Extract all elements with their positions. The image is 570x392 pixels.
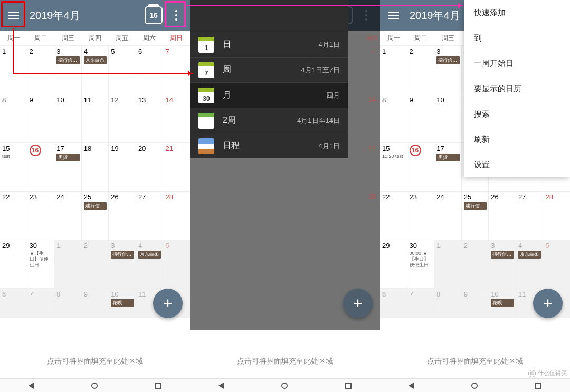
event-text[interactable]: test <box>2 154 25 159</box>
day-cell[interactable]: 17房贷 <box>54 142 82 191</box>
day-cell[interactable]: 26 <box>109 191 136 240</box>
day-cell[interactable]: 9 <box>407 94 435 142</box>
fab-add-button[interactable]: + <box>343 289 373 318</box>
nav-home-icon[interactable] <box>281 383 288 389</box>
popup-item-goto[interactable]: 到 <box>464 25 570 51</box>
popup-item-refresh[interactable]: 刷新 <box>464 127 570 152</box>
day-cell[interactable]: 15test <box>0 142 27 191</box>
day-cell[interactable]: 11 <box>82 94 109 142</box>
day-cell[interactable]: 6 <box>136 45 164 94</box>
event-chip[interactable]: 花呗 <box>491 299 514 307</box>
day-cell[interactable]: 14 <box>163 94 190 142</box>
day-cell[interactable]: 3招行信用卡 <box>54 45 82 94</box>
nav-back-icon[interactable] <box>218 383 224 389</box>
fab-add-button[interactable]: + <box>153 289 183 318</box>
drawer-item-week[interactable]: 7 周 4月1日至7日 <box>190 57 348 82</box>
day-cell[interactable]: 4京东白条 <box>82 45 109 94</box>
nav-back-icon[interactable] <box>408 383 414 389</box>
day-cell[interactable]: 20 <box>136 142 164 191</box>
day-cell[interactable]: 13 <box>136 94 164 142</box>
event-chip[interactable]: 招行信用卡 <box>436 56 460 64</box>
event-chip[interactable]: 京东白条 <box>518 251 542 259</box>
day-cell[interactable]: 21 <box>163 142 190 191</box>
day-cell[interactable]: 1511:20 test <box>380 142 407 191</box>
day-cell[interactable]: 5 <box>543 240 570 288</box>
day-cell[interactable]: 23 <box>407 191 435 240</box>
day-cell[interactable]: 9 <box>462 288 489 318</box>
day-cell[interactable]: 9 <box>27 94 55 142</box>
day-cell[interactable]: 7 <box>407 288 435 318</box>
event-chip[interactable]: 花呗 <box>111 299 134 307</box>
day-cell[interactable]: 3招行信用卡 <box>489 240 516 288</box>
event-chip[interactable]: 建行信用卡 <box>84 202 107 210</box>
day-cell[interactable]: 10 <box>434 94 462 142</box>
day-cell[interactable]: 1 <box>434 240 462 288</box>
event-chip[interactable]: 房贷 <box>436 154 460 161</box>
day-cell[interactable]: 3招行信用卡 <box>434 45 462 94</box>
day-cell[interactable]: 4京东白条 <box>136 240 164 288</box>
day-cell[interactable]: 1 <box>380 45 407 94</box>
event-text[interactable]: 11:20 test <box>382 154 405 159</box>
drawer-item-twoweek[interactable]: 2周 4月1日至14日 <box>190 108 348 133</box>
event-chip[interactable]: 招行信用卡 <box>111 251 134 259</box>
day-cell[interactable]: 24 <box>54 191 82 240</box>
day-cell-today[interactable]: 16 <box>27 142 55 191</box>
event-chip[interactable]: 京东白条 <box>84 56 107 64</box>
nav-recent-icon[interactable] <box>345 383 352 389</box>
event-chip[interactable]: 房贷 <box>56 154 80 161</box>
day-cell[interactable]: 30★【生日】便便生日 <box>27 240 55 288</box>
day-cell[interactable]: 2 <box>462 240 489 288</box>
nav-recent-icon[interactable] <box>535 383 542 389</box>
day-cell[interactable]: 17房贷 <box>434 142 462 191</box>
day-cell[interactable]: 2 <box>27 45 55 94</box>
nav-home-icon[interactable] <box>91 383 98 389</box>
day-cell[interactable]: 7 <box>27 288 55 318</box>
day-cell[interactable]: 22 <box>380 191 407 240</box>
event-chip[interactable]: 招行信用卡 <box>491 251 514 259</box>
day-cell[interactable]: 28 <box>543 191 570 240</box>
day-cell[interactable]: 26 <box>489 191 516 240</box>
drawer-item-month[interactable]: 30 月 四月 <box>190 82 348 108</box>
day-cell[interactable]: 27 <box>136 191 164 240</box>
day-cell[interactable]: 23 <box>27 191 55 240</box>
hamburger-menu-button[interactable] <box>3 5 24 26</box>
popup-item-search[interactable]: 搜索 <box>464 101 570 127</box>
day-cell[interactable]: 12 <box>109 94 136 142</box>
day-cell[interactable]: 10花呗 <box>489 288 516 318</box>
day-cell[interactable]: 18 <box>82 142 109 191</box>
day-cell[interactable]: 8 <box>434 288 462 318</box>
fab-add-button[interactable]: + <box>533 289 563 318</box>
day-cell[interactable]: 10 <box>54 94 82 142</box>
day-cell[interactable]: 29 <box>0 240 27 288</box>
day-cell[interactable]: 2 <box>82 240 109 288</box>
popup-item-settings[interactable]: 设置 <box>464 152 570 177</box>
day-cell[interactable]: 3招行信用卡 <box>109 240 136 288</box>
today-button[interactable]: 16 <box>145 6 163 24</box>
nav-home-icon[interactable] <box>471 383 478 389</box>
day-cell[interactable]: 8 <box>380 94 407 142</box>
event-chip[interactable]: 招行信用卡 <box>56 56 80 64</box>
day-cell-today[interactable]: 16 <box>407 142 435 191</box>
event-text[interactable]: 00:00 ★ 【生日】便便生日 <box>410 251 433 267</box>
day-cell[interactable]: 8 <box>0 94 27 142</box>
nav-back-icon[interactable] <box>28 383 34 389</box>
day-cell[interactable]: 4京东白条 <box>516 240 544 288</box>
day-cell[interactable]: 3000:00 ★ 【生日】便便生日 <box>407 240 435 288</box>
day-cell[interactable]: 6 <box>0 288 27 318</box>
day-cell[interactable]: 22 <box>0 191 27 240</box>
day-cell[interactable]: 10花呗 <box>109 288 136 318</box>
day-cell[interactable]: 24 <box>434 191 462 240</box>
drawer-item-day[interactable]: 1 日 4月1日 <box>190 32 348 57</box>
day-cell[interactable]: 19 <box>109 142 136 191</box>
day-cell[interactable]: 25建行信用卡 <box>82 191 109 240</box>
event-chip[interactable]: 京东白条 <box>138 251 162 259</box>
day-cell[interactable]: 5 <box>109 45 136 94</box>
nav-recent-icon[interactable] <box>155 383 162 389</box>
day-cell[interactable]: 6 <box>380 288 407 318</box>
day-cell[interactable]: 7 <box>163 45 190 94</box>
drawer-item-agenda[interactable]: 日程 4月1日 <box>190 133 348 158</box>
day-cell[interactable]: 28 <box>163 191 190 240</box>
hamburger-menu-button[interactable] <box>383 5 404 26</box>
popup-item-weekstart[interactable]: 一周开始日 <box>464 51 570 76</box>
day-cell[interactable]: 27 <box>516 191 544 240</box>
